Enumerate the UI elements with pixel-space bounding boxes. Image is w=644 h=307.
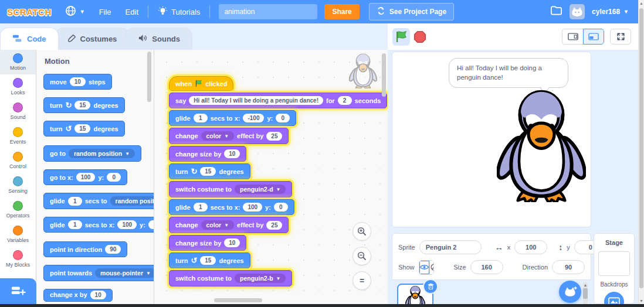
block-input[interactable]: 100 — [117, 220, 137, 229]
category-sensing[interactable]: Sensing — [0, 173, 36, 197]
block-dropdown[interactable]: color▼ — [201, 131, 235, 141]
block-input[interactable]: 100 — [243, 203, 262, 212]
script-block-2[interactable]: glide1secs to x:-100y:0 — [169, 110, 296, 126]
block-input[interactable]: 2 — [338, 96, 352, 105]
script-block-6[interactable]: switch costume topenguin2-d▼ — [169, 181, 292, 197]
palette-block-4[interactable]: go to x:100y:0 — [43, 169, 127, 185]
palette-block-7[interactable]: point in direction90 — [43, 241, 127, 257]
block-dropdown[interactable]: mouse-pointer▼ — [95, 268, 154, 278]
block-input[interactable]: 10 — [90, 291, 106, 299]
block-input[interactable]: 15 — [200, 256, 216, 265]
block-input[interactable]: 100 — [76, 173, 96, 182]
avatar[interactable] — [570, 4, 585, 19]
sprite-list-scrollbar[interactable]: ▲ — [583, 282, 588, 304]
script-block-8[interactable]: changecolor▼effect by25 — [169, 217, 289, 233]
palette-block-8[interactable]: point towardsmouse-pointer▼ — [43, 265, 154, 281]
see-project-page-button[interactable]: See Project Page — [369, 3, 454, 21]
script-block-11[interactable]: switch costume topenguin2-b▼ — [169, 270, 292, 286]
palette-block-6[interactable]: glide1secs to x:100y:0 — [43, 217, 154, 233]
sprite-thumbnail-penguin2[interactable] — [397, 284, 433, 304]
tab-costumes[interactable]: Costumes — [55, 28, 130, 50]
folder-icon[interactable] — [550, 5, 562, 18]
category-sound[interactable]: Sound — [0, 99, 36, 124]
block-input[interactable]: 15 — [74, 124, 90, 133]
stage[interactable]: Hi all! Today I will be doing a penguin … — [392, 52, 591, 227]
palette-block-1[interactable]: turn↻15degrees — [43, 97, 125, 113]
small-stage-button[interactable] — [562, 29, 583, 45]
zoom-out-button[interactable] — [352, 247, 371, 265]
tutorials-menu[interactable]: Tutorials — [151, 0, 206, 23]
block-input[interactable]: 90 — [105, 245, 121, 254]
script-horizontal-scrollbar[interactable] — [214, 298, 262, 302]
edit-menu[interactable]: Edit — [119, 0, 145, 23]
palette-block-0[interactable]: move10steps — [43, 74, 112, 90]
block-input[interactable]: 10 — [70, 77, 86, 86]
zoom-reset-button[interactable]: = — [352, 271, 371, 290]
block-input[interactable]: 25 — [266, 132, 282, 141]
block-input[interactable]: 10 — [224, 238, 240, 247]
stop-button[interactable] — [411, 28, 429, 46]
add-sprite-button[interactable] — [559, 281, 581, 303]
palette-scrollbar[interactable] — [147, 52, 151, 102]
script-vertical-scrollbar[interactable] — [382, 53, 386, 97]
add-extension-button[interactable] — [0, 278, 36, 304]
script-block-10[interactable]: turn↺15degrees — [169, 253, 250, 268]
sprite-direction-input[interactable] — [552, 260, 585, 274]
add-backdrop-button[interactable] — [604, 292, 624, 304]
backdrop-thumbnail[interactable] — [598, 251, 630, 276]
block-dropdown[interactable]: random position▼ — [110, 196, 154, 206]
category-control[interactable]: Control — [0, 148, 36, 173]
penguin-sprite[interactable] — [497, 85, 586, 202]
script-block-9[interactable]: change size by10 — [169, 235, 246, 251]
block-dropdown[interactable]: penguin2-b▼ — [235, 274, 286, 283]
block-input[interactable]: 1 — [68, 220, 82, 229]
sprite-name-input[interactable] — [419, 240, 482, 254]
script-block-3[interactable]: changecolor▼effect by25 — [169, 128, 289, 144]
palette-block-9[interactable]: change x by10 — [43, 289, 113, 302]
sprite-x-input[interactable] — [514, 240, 547, 254]
scratch-logo[interactable]: SCRATCH — [7, 7, 52, 17]
block-input[interactable]: 1 — [68, 197, 82, 206]
category-motion[interactable]: Motion — [0, 50, 36, 74]
block-input[interactable]: 0 — [107, 173, 121, 182]
share-button[interactable]: Share — [324, 4, 359, 19]
tab-code[interactable]: Code — [0, 28, 59, 50]
block-input[interactable]: 25 — [266, 221, 282, 230]
script-block-0[interactable]: whenclicked — [169, 76, 233, 91]
zoom-in-button[interactable] — [352, 222, 371, 241]
category-variables[interactable]: Variables — [0, 222, 36, 247]
tab-sounds[interactable]: Sounds — [126, 28, 192, 50]
green-flag-button[interactable] — [392, 28, 410, 46]
script-block-4[interactable]: change size by10 — [169, 146, 246, 162]
block-input[interactable]: 0 — [274, 203, 288, 212]
project-name-input[interactable] — [219, 4, 317, 19]
block-input[interactable]: 15 — [200, 167, 216, 176]
hide-sprite-button[interactable] — [429, 261, 435, 274]
fullscreen-button[interactable] — [610, 29, 631, 45]
category-my-blocks[interactable]: My Blocks — [0, 247, 36, 271]
block-input[interactable]: Hi all! Today I will be doing a penguin … — [189, 96, 323, 105]
block-input[interactable]: 15 — [74, 101, 90, 110]
block-input[interactable]: -100 — [243, 114, 264, 122]
category-looks[interactable]: Looks — [0, 74, 36, 99]
script-area[interactable]: whenclickedsayHi all! Today I will be do… — [154, 50, 388, 304]
block-input[interactable]: 1 — [194, 203, 208, 212]
block-input[interactable]: 0 — [276, 114, 290, 122]
block-input[interactable]: 0 — [148, 220, 154, 229]
palette-block-2[interactable]: turn↺15degrees — [43, 121, 125, 137]
block-input[interactable]: 1 — [194, 114, 208, 122]
language-menu[interactable]: ▼ — [59, 0, 91, 23]
large-stage-button[interactable] — [583, 29, 604, 45]
script-block-5[interactable]: turn↻15degrees — [169, 163, 250, 179]
file-menu[interactable]: File — [93, 0, 118, 23]
script-block-1[interactable]: sayHi all! Today I will be doing a pengu… — [169, 93, 387, 108]
show-sprite-button[interactable] — [419, 261, 429, 274]
script-block-7[interactable]: glide1secs to x:100y:0 — [169, 199, 294, 215]
block-dropdown[interactable]: penguin2-d▼ — [235, 185, 286, 194]
delete-sprite-button[interactable] — [423, 279, 438, 294]
block-dropdown[interactable]: random position▼ — [69, 149, 135, 158]
sprite-size-input[interactable] — [470, 260, 503, 274]
category-operators[interactable]: Operators — [0, 197, 36, 222]
palette-block-3[interactable]: go torandom position▼ — [43, 145, 141, 162]
category-events[interactable]: Events — [0, 124, 36, 148]
